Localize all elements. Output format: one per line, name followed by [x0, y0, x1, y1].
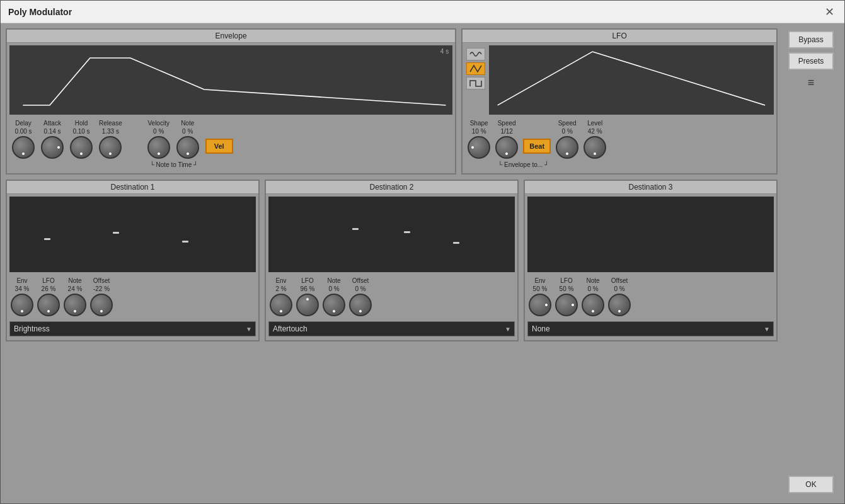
dest2-dot-1: [404, 231, 410, 233]
lfo-knob-row: Shape 10 % Speed 1/12: [463, 117, 776, 173]
speed1-knob[interactable]: [495, 136, 518, 159]
close-button[interactable]: ✕: [822, 4, 837, 20]
shape-tri-button[interactable]: [466, 62, 485, 75]
dest2-dropdown-container: Aftertouch None Brightness Velocity ▼: [266, 319, 517, 340]
dest1-env-knob[interactable]: [11, 294, 33, 316]
dest2-offset-value: 0 %: [355, 285, 365, 292]
presets-button[interactable]: Presets: [788, 52, 834, 70]
dest1-offset-value: -22 %: [93, 285, 110, 292]
dest2-dropdown[interactable]: Aftertouch None Brightness Velocity: [268, 321, 515, 336]
release-label: Release: [99, 120, 122, 127]
dest1-dot-2: [182, 241, 188, 243]
note-knob[interactable]: [176, 136, 199, 159]
dest3-display: [527, 197, 774, 272]
dest1-note-label: Note: [68, 277, 81, 284]
dest3-knob-lfo: LFO 50 %: [555, 277, 578, 316]
attack-knob[interactable]: [41, 136, 64, 159]
destination-3-section: Destination 3 Env 50 % LFO 50 %: [524, 180, 778, 341]
dest3-knob-offset: Offset 0 %: [608, 277, 631, 316]
dest1-lfo-label: LFO: [42, 277, 54, 284]
dest1-lfo-knob[interactable]: [37, 294, 60, 316]
dest2-lfo-label: LFO: [301, 277, 313, 284]
beat-button[interactable]: Beat: [523, 139, 551, 154]
shape-label: Shape: [470, 120, 488, 127]
dest1-offset-knob[interactable]: [90, 294, 113, 316]
lfo-svg: [489, 45, 774, 115]
shape-sine-button[interactable]: [466, 48, 485, 60]
dest2-lfo-value: 96 %: [301, 285, 315, 292]
envelope-section: Envelope 4 s Delay 0.00 s: [6, 28, 456, 175]
dest2-knob-row: Env 2 % LFO 96 % Note 0 %: [266, 275, 517, 319]
title-bar: Poly Modulator ✕: [1, 1, 844, 23]
speed1-label: Speed: [498, 120, 516, 127]
knob-group-attack: Attack 0.14 s: [41, 120, 64, 159]
knob-group-hold: Hold 0.10 s: [70, 120, 93, 159]
bypass-button[interactable]: Bypass: [788, 31, 834, 49]
knob-group-shape: Shape 10 %: [468, 120, 490, 159]
dest1-offset-label: Offset: [93, 277, 110, 284]
main-window: Poly Modulator ✕ Envelope 4 s: [0, 0, 845, 504]
dest3-note-knob[interactable]: [582, 294, 604, 316]
dest1-dot-1: [113, 232, 119, 234]
dest1-env-label: Env: [16, 277, 27, 284]
dest2-note-knob[interactable]: [323, 294, 345, 316]
speed2-knob[interactable]: [556, 136, 578, 159]
dest3-env-label: Env: [534, 277, 545, 284]
dest3-dropdown-wrapper: None Brightness Aftertouch Velocity ▼: [527, 321, 774, 336]
knob-group-speed2: Speed 0 %: [556, 120, 578, 159]
shape-value: 10 %: [472, 128, 486, 135]
speed2-label: Speed: [558, 120, 577, 127]
dest3-dropdown[interactable]: None Brightness Aftertouch Velocity: [527, 321, 774, 336]
vel-button[interactable]: Vel: [205, 139, 233, 154]
dest3-lfo-value: 50 %: [560, 285, 574, 292]
right-sidebar: Bypass Presets ≡ OK: [783, 28, 839, 498]
hold-knob[interactable]: [70, 136, 93, 159]
dest1-header: Destination 1: [7, 181, 258, 194]
envelope-display: 4 s: [9, 45, 452, 115]
level-knob[interactable]: [583, 136, 606, 159]
envelope-header: Envelope: [7, 30, 455, 43]
dest3-env-knob[interactable]: [529, 294, 551, 316]
dest2-lfo-knob[interactable]: [296, 294, 319, 316]
dest1-knob-offset: Offset -22 %: [90, 277, 113, 316]
dest2-dot-2: [453, 242, 459, 244]
ok-button[interactable]: OK: [788, 476, 834, 493]
envelope-knob-row: Delay 0.00 s Attack 0.14 s Hold 0.10 s: [7, 117, 455, 173]
note-label: Note: [181, 120, 194, 127]
dest2-display: [268, 197, 515, 272]
top-sections: Envelope 4 s Delay 0.00 s: [6, 28, 778, 175]
shape-knob[interactable]: [468, 136, 490, 159]
dest3-offset-knob[interactable]: [608, 294, 631, 316]
dest2-env-value: 2 %: [275, 285, 286, 292]
release-knob[interactable]: [99, 136, 122, 159]
dest2-knob-offset: Offset 0 %: [349, 277, 372, 316]
attack-value: 0.14 s: [43, 128, 60, 135]
lfo-section: LFO: [461, 28, 778, 175]
dest3-lfo-knob[interactable]: [555, 294, 578, 316]
dest3-knob-note: Note 0 %: [582, 277, 604, 316]
level-value: 42 %: [588, 128, 602, 135]
destination-2-section: Destination 2 Env 2 % LFO: [265, 180, 519, 341]
velocity-knob[interactable]: [147, 136, 170, 159]
speed1-value: 1/12: [500, 128, 512, 135]
dest3-offset-label: Offset: [611, 277, 628, 284]
dest2-env-label: Env: [275, 277, 286, 284]
delay-knob[interactable]: [12, 136, 35, 159]
dest2-dot-0: [352, 228, 359, 230]
window-title: Poly Modulator: [8, 7, 72, 17]
knob-group-note: Note 0 %: [176, 120, 199, 159]
note-value: 0 %: [182, 128, 193, 135]
attack-label: Attack: [43, 120, 61, 127]
dest2-offset-label: Offset: [352, 277, 369, 284]
dest1-note-knob[interactable]: [64, 294, 86, 316]
dest2-offset-knob[interactable]: [349, 294, 372, 316]
dest1-dropdown[interactable]: Brightness None Aftertouch Velocity: [9, 321, 256, 336]
dest2-env-knob[interactable]: [270, 294, 292, 316]
dest1-env-value: 34 %: [15, 285, 30, 292]
dest1-dropdown-wrapper: Brightness None Aftertouch Velocity ▼: [9, 321, 256, 336]
level-label: Level: [587, 120, 602, 127]
dest1-knob-lfo: LFO 26 %: [37, 277, 60, 316]
menu-icon[interactable]: ≡: [808, 76, 815, 89]
speed2-value: 0 %: [562, 128, 573, 135]
shape-square-button[interactable]: [466, 77, 485, 89]
